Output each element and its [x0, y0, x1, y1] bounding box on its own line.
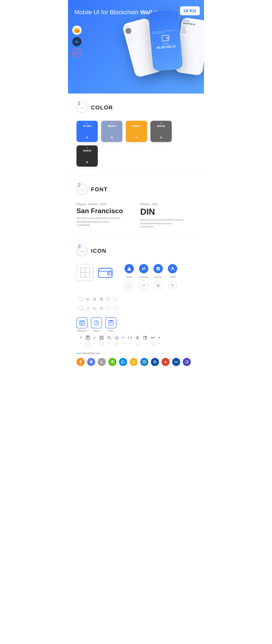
poly-icon: [183, 358, 191, 366]
font-grid: Regular · Medium · Bold San Francisco AB…: [76, 202, 196, 228]
icon-main-row: Assets Exchange: [76, 264, 196, 311]
chat-icon-2: [78, 306, 84, 311]
misc-icons-right: [78, 296, 118, 311]
dash-icon: [119, 358, 127, 366]
neo-icon: [108, 358, 116, 366]
svg-point-66: [108, 336, 110, 338]
svg-point-84: [122, 361, 122, 362]
svg-rect-73: [100, 342, 103, 345]
svg-marker-19: [127, 284, 131, 287]
ark-icon: [162, 358, 170, 366]
svg-point-34: [100, 297, 103, 301]
svg-rect-14: [98, 268, 112, 278]
share-icon: [128, 336, 132, 340]
svg-rect-72: [86, 342, 90, 345]
svg-marker-68: [115, 336, 118, 340]
clipboard-icon-dim: [86, 341, 90, 346]
utility-icons: + ✓ < × + ✓ <: [80, 336, 160, 346]
blockchain-label: BlockChain Icon: [76, 352, 196, 354]
color-section-title: COLOR: [91, 104, 113, 111]
sketch-badge: [72, 26, 82, 35]
icon-col-exchange: Exchange: [139, 264, 148, 290]
svg-rect-45: [80, 321, 82, 322]
grid-icon: [140, 358, 148, 366]
svg-rect-28: [86, 298, 90, 298]
color-section-number: 1 ONE: [76, 102, 88, 113]
svg-rect-13: [80, 272, 85, 277]
icon-section-title: ICON: [91, 248, 106, 254]
zcash-icon: Z: [130, 358, 138, 366]
color-section-header: 1 ONE COLOR: [76, 102, 196, 113]
share-icon-dim: [128, 341, 132, 346]
arrows-icon: [151, 336, 155, 340]
swatch-grey: # 666666: [150, 121, 172, 142]
exchange-icon-outline: [139, 281, 148, 290]
svg-rect-64: [100, 338, 101, 340]
plus-icon: +: [80, 336, 82, 340]
icon-section: 3 THREE ICON: [68, 237, 204, 374]
svg-rect-29: [86, 299, 90, 300]
font-section: 2 TWO FONT Regular · Medium · Bold San F…: [68, 175, 204, 236]
search-icon-dim: [107, 341, 111, 346]
svg-rect-12: [85, 268, 90, 272]
ltc-icon: Ł: [98, 358, 106, 366]
wireframe-icons: [76, 264, 114, 281]
qr-icon: [100, 336, 104, 340]
svg-marker-75: [115, 342, 118, 345]
svg-point-17: [108, 273, 110, 274]
font-san-francisco: Regular · Medium · Bold San Francisco AB…: [76, 202, 132, 228]
close-icon-dim: ×: [158, 342, 160, 346]
icon-wireframe-1: [76, 264, 94, 281]
gear-icon: [135, 336, 140, 340]
color-swatches-container: # 3574FA # 8DA0C8 # F5A623 # 666666: [76, 121, 196, 167]
circle-icon-2: [99, 306, 104, 311]
rotate-icon: [135, 341, 140, 346]
phone-mockups: Profile Management Message Real Case Nig…: [123, 13, 204, 72]
svg-point-24: [172, 267, 174, 269]
svg-rect-65: [102, 338, 103, 340]
circle-icon: [99, 296, 104, 302]
svg-rect-32: [86, 308, 90, 309]
search-icon: [107, 336, 111, 340]
discover-icon: [154, 264, 163, 273]
svg-point-25: [172, 284, 174, 286]
order-icon-item: Order: [106, 317, 116, 332]
info-icon: [112, 296, 118, 302]
star-icon-filled: [115, 341, 119, 346]
svg-point-85: [122, 362, 122, 363]
svg-rect-39: [106, 307, 110, 310]
assets-icon: [124, 264, 134, 273]
photoshop-badge: Ps: [72, 37, 82, 46]
svg-rect-46: [82, 321, 84, 322]
phone-middle: Characters may be modelled in the great …: [148, 9, 183, 71]
btc-icon: ₿: [76, 358, 84, 366]
icon-section-number: 3 THREE: [76, 245, 88, 256]
swatch-blue: # 3574FA: [76, 121, 98, 142]
crypto-icons-row: ₿ Ł Z: [76, 358, 196, 366]
icon-section-header: 3 THREE ICON: [76, 245, 196, 256]
svg-point-35: [100, 307, 103, 310]
font-section-title: FONT: [91, 186, 108, 193]
svg-point-76: [151, 342, 154, 345]
icon-col-profile: Profile: [168, 264, 177, 290]
exchange-icon: [139, 264, 148, 273]
comment-icon-2: [106, 306, 111, 311]
arrow-right-icon: [143, 341, 147, 346]
plus-icon-dim: +: [80, 341, 82, 346]
blockchain-line: [76, 353, 82, 354]
svg-rect-11: [80, 268, 85, 272]
crescent-icon-2: [92, 306, 97, 311]
info-icon-2: [112, 306, 118, 311]
svg-point-23: [158, 285, 159, 286]
svg-rect-57: [109, 320, 112, 321]
svg-rect-63: [102, 336, 103, 337]
font-section-number: 2 TWO: [76, 184, 88, 195]
icon-col-discover: Discover: [154, 264, 163, 290]
svg-point-74: [108, 342, 110, 344]
info-small-icon: [151, 341, 155, 346]
profile-icon-outline: [168, 281, 177, 290]
font-din: Medium · Bold DIN ABCDEFGHIJKLMNOPQRSTUV…: [140, 202, 196, 228]
close-icon: ×: [158, 336, 160, 340]
svg-rect-62: [100, 336, 101, 337]
star-icon: [115, 336, 119, 340]
